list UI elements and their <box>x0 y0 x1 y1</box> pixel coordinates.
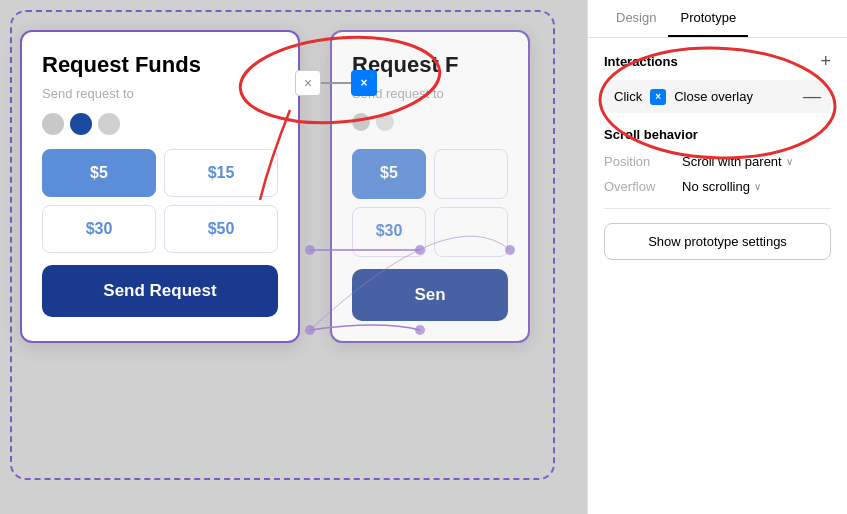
card-subtitle: Send request to <box>42 86 278 101</box>
canvas-area: Request Funds Send request to $5 $15 $30… <box>0 0 587 514</box>
amount-5[interactable]: $5 <box>42 149 156 197</box>
position-label: Position <box>604 154 674 169</box>
trigger-label: Click <box>614 89 642 104</box>
right-panel: Design Prototype Interactions + Click × … <box>587 0 847 514</box>
overflow-row: Overflow No scrolling ∨ <box>604 179 831 194</box>
panel-content: Interactions + Click × Close overlay — S… <box>588 38 847 274</box>
tab-design[interactable]: Design <box>604 0 668 37</box>
close-x-icon: × <box>304 75 312 91</box>
card-title: Request Funds <box>42 52 278 78</box>
add-interaction-button[interactable]: + <box>820 52 831 70</box>
chevron-down-icon: ∨ <box>786 156 793 167</box>
tab-bar: Design Prototype <box>588 0 847 38</box>
interactions-title: Interactions <box>604 54 678 69</box>
divider <box>604 208 831 209</box>
scroll-section: Scroll behavior Position Scroll with par… <box>604 127 831 194</box>
send-request-button-2[interactable]: Sen <box>352 269 508 321</box>
overflow-label: Overflow <box>604 179 674 194</box>
overflow-value: No scrolling <box>682 179 750 194</box>
dot-gray <box>42 113 64 135</box>
color-dots-2 <box>352 113 508 135</box>
amount2-30[interactable]: $30 <box>352 207 426 257</box>
amount-grid-2: $5 $30 <box>352 149 508 257</box>
amount-grid: $5 $15 $30 $50 <box>42 149 278 253</box>
amount-50[interactable]: $50 <box>164 205 278 253</box>
amount-15[interactable]: $15 <box>164 149 278 197</box>
card-request-funds[interactable]: Request Funds Send request to $5 $15 $30… <box>20 30 300 343</box>
position-value: Scroll with parent <box>682 154 782 169</box>
close-connector-box[interactable]: × <box>295 70 321 96</box>
overflow-chevron-icon: ∨ <box>754 181 761 192</box>
overflow-value-container[interactable]: No scrolling ∨ <box>682 179 761 194</box>
interaction-row[interactable]: Click × Close overlay — <box>604 80 831 113</box>
color-dots <box>42 113 278 135</box>
position-row: Position Scroll with parent ∨ <box>604 154 831 169</box>
node-connector: × × <box>295 70 377 96</box>
dot2-gray <box>352 113 370 131</box>
send-request-button[interactable]: Send Request <box>42 265 278 317</box>
scroll-behavior-title: Scroll behavior <box>604 127 831 142</box>
amount2-5[interactable]: $5 <box>352 149 426 199</box>
dot-light <box>98 113 120 135</box>
target-x-icon: × <box>360 76 367 90</box>
target-connector-box[interactable]: × <box>351 70 377 96</box>
connector-arrow <box>321 82 351 84</box>
amount-30[interactable]: $30 <box>42 205 156 253</box>
panel-content-wrapper: Interactions + Click × Close overlay — S… <box>588 38 847 274</box>
canvas-inner: Request Funds Send request to $5 $15 $30… <box>20 30 530 343</box>
amount2-empty <box>434 149 508 199</box>
tab-prototype[interactable]: Prototype <box>668 0 748 37</box>
dot2-light <box>376 113 394 131</box>
action-label: Close overlay <box>674 89 795 104</box>
show-prototype-settings-button[interactable]: Show prototype settings <box>604 223 831 260</box>
remove-interaction-button[interactable]: — <box>803 86 821 107</box>
interactions-section-header: Interactions + <box>604 52 831 70</box>
x-icon: × <box>655 91 661 102</box>
interaction-x-badge: × <box>650 89 666 105</box>
position-value-container[interactable]: Scroll with parent ∨ <box>682 154 793 169</box>
amount2-empty2 <box>434 207 508 257</box>
dot-blue <box>70 113 92 135</box>
